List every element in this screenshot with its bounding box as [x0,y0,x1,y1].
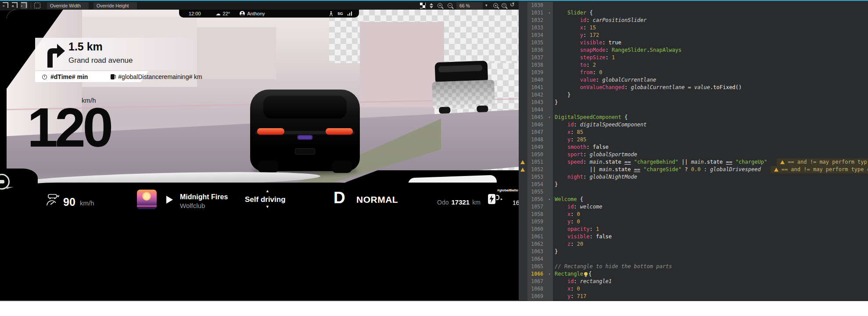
code-text[interactable]: id: carPositionSlider [553,17,647,24]
code-editor-pane[interactable]: 10301031▾ Slider {1032 id: carPositionSl… [519,1,868,301]
fold-column [546,181,553,188]
gutter-margin [519,17,527,24]
code-text[interactable]: } [553,248,558,255]
transparency-toggle-icon[interactable] [420,3,427,10]
fold-marker-icon[interactable]: ▾ [546,196,553,203]
code-text[interactable]: night: globalNightMode [553,173,637,181]
code-text[interactable]: id: rectangle1 [553,278,612,285]
code-text[interactable]: onValueChanged: globalCurrentlane = valu… [553,84,742,91]
code-text[interactable]: // Rectangle to hide the bottom parts [553,263,672,270]
gutter-margin [519,226,527,233]
zoom-selection-icon[interactable]: ∷ [502,3,509,10]
fold-column [546,129,553,136]
code-line: 1030 [519,2,868,9]
code-line: 1031▾ Slider { [519,9,868,17]
temperature: 22° [223,11,230,16]
line-number: 1055 [527,188,546,196]
code-text[interactable]: || main.state == "chargeSide" ? 0.0 : gl… [553,166,761,173]
code-text[interactable]: x: 0 [553,211,580,218]
code-text[interactable]: opacity: 1 [553,226,599,233]
code-text[interactable]: } [553,99,558,106]
line-number: 1045 [527,114,546,121]
code-text[interactable]: Welcome { [553,196,583,203]
code-text[interactable] [553,255,555,263]
code-line: 1053 night: globalNightMode [519,173,868,181]
gutter-margin [519,241,527,248]
code-line: 1063} [519,248,868,255]
code-text[interactable]: visible: false [553,233,612,241]
snapping-off-icon[interactable]: × [3,2,10,9]
code-text[interactable]: DigitalSpeedComponent { [553,114,628,121]
autopilot-down-icon[interactable]: ▼ [265,205,269,209]
zoom-all-icon[interactable]: × [493,3,500,10]
code-text[interactable]: y: 172 [553,32,599,39]
code-line: 1047 x: 85 [519,129,868,136]
range-icon [111,74,115,79]
code-text[interactable]: sport: globalSportmode [553,151,637,158]
zoom-level-input[interactable]: 66 % [456,2,483,9]
fold-marker-icon[interactable]: ▾ [546,270,553,278]
code-text[interactable]: width: [553,300,589,301]
zoom-in-icon[interactable]: + [438,3,445,10]
line-number: 1050 [527,151,546,158]
snapping-anchors-icon[interactable]: a [12,2,19,9]
code-text[interactable]: z: 20 [553,241,583,248]
code-text[interactable]: x: 85 [553,129,583,136]
gutter-margin [519,84,527,91]
warning-icon[interactable] [519,166,527,173]
code-text[interactable]: visible: true [553,39,621,47]
code-line: 1064 [519,255,868,263]
gutter-margin [519,106,527,114]
code-text[interactable]: y: 0 [553,218,580,226]
override-width-field[interactable]: Override Width [47,2,89,9]
autopilot-label[interactable]: Self driving [245,195,286,204]
fold-marker-icon[interactable]: ▾ [546,114,553,121]
user-name: Anthony [247,11,265,16]
code-text[interactable]: Rectangle{ [553,270,592,278]
show-bounds-icon[interactable] [34,3,41,10]
code-text[interactable]: id: welcome [553,203,602,211]
reset-view-icon[interactable]: ↺ [510,2,517,9]
code-line: 1066▾Rectangle{ [519,270,868,278]
line-number: 1064 [527,255,546,263]
autopilot-up-icon[interactable]: ▲ [265,189,269,193]
zoom-spinner-icon[interactable] [429,3,434,10]
code-text[interactable]: stepSize: 1 [553,54,615,61]
code-text[interactable] [553,106,555,114]
gutter-margin [519,2,527,9]
album-art[interactable] [137,190,157,209]
play-icon[interactable] [166,196,173,204]
code-text[interactable]: snapMode: RangeSlider.SnapAlways [553,47,681,54]
code-text[interactable]: } [553,91,570,99]
code-text[interactable] [553,188,555,196]
code-text[interactable]: x: 15 [553,24,596,32]
code-text[interactable]: } [553,181,558,188]
code-line: 1046 id: digitalSpeedComponent [519,121,868,129]
fold-column [546,226,553,233]
charging-icon [488,194,495,204]
canvas-toolbar: × a ▪ Override Width Override Height + −… [0,1,519,11]
code-text[interactable]: speed: main.state == "chargeBehind" || m… [553,158,767,166]
code-text[interactable]: from: 0 [553,69,602,76]
code-text[interactable]: to: 2 [553,61,596,69]
ghost-car [431,60,499,125]
zoom-dropdown-caret-icon[interactable]: ▾ [485,3,492,10]
lightbulb-icon[interactable] [584,272,588,276]
code-text[interactable]: x: 0 [553,285,580,293]
fold-marker-icon[interactable]: ▾ [546,9,553,17]
code-text[interactable]: value: globalCurrentlane [553,76,656,84]
code-text[interactable]: smooth: false [553,144,609,151]
override-height-field[interactable]: Override Height [93,2,137,9]
gutter-margin [519,47,527,54]
zoom-out-icon[interactable]: − [448,3,455,10]
code-text[interactable]: Slider { [553,9,593,17]
code-text[interactable] [553,2,555,9]
clock-icon [42,75,47,79]
warning-icon[interactable] [519,158,527,166]
code-line: 1032 id: carPositionSlider [519,17,868,24]
snapping-on-icon[interactable]: ▪ [21,2,28,9]
code-line: 1055 [519,188,868,196]
code-text[interactable]: id: digitalSpeedComponent [553,121,647,129]
code-text[interactable]: y: 717 [553,293,586,300]
code-text[interactable]: y: 285 [553,136,586,144]
